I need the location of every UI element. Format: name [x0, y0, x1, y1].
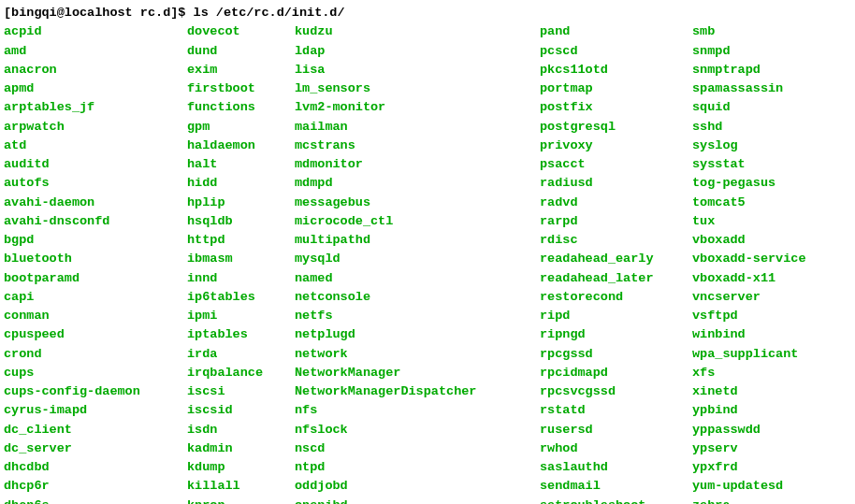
file-entry: hsqldb: [187, 212, 295, 231]
file-entry: hplip: [187, 194, 295, 212]
file-entry: radiusd: [540, 174, 692, 193]
file-entry: functions: [187, 98, 295, 117]
file-entry: netplugd: [295, 325, 540, 344]
file-entry: iptables: [187, 325, 295, 344]
file-entry: setroubleshoot: [540, 497, 692, 505]
file-entry: multipathd: [295, 231, 540, 250]
ls-column-3: pandpcscdpkcs11otdportmappostfixpostgres…: [540, 22, 692, 504]
file-entry: NetworkManagerDispatcher: [295, 382, 540, 401]
file-entry: arptables_jf: [4, 98, 187, 117]
file-entry: yppasswdd: [692, 421, 806, 439]
file-entry: lvm2-monitor: [295, 98, 540, 117]
file-entry: vsftpd: [692, 307, 806, 325]
file-entry: ypserv: [692, 439, 806, 458]
file-entry: snmptrapd: [692, 61, 806, 79]
file-entry: cpuspeed: [4, 325, 187, 344]
file-entry: atd: [4, 137, 187, 155]
file-entry: snmpd: [692, 42, 806, 61]
file-entry: mdmpd: [295, 174, 540, 193]
file-entry: ip6tables: [187, 288, 295, 307]
file-entry: ypxfrd: [692, 458, 806, 477]
file-entry: vncserver: [692, 288, 806, 307]
ls-column-0: acpidamdanacronapmdarptables_jfarpwatcha…: [4, 22, 187, 504]
file-entry: readahead_later: [540, 269, 692, 288]
file-entry: rarpd: [540, 212, 692, 231]
file-entry: rwhod: [540, 439, 692, 458]
file-entry: dhcp6s: [4, 497, 187, 505]
file-entry: rusersd: [540, 421, 692, 439]
file-entry: apmd: [4, 79, 187, 98]
file-entry: portmap: [540, 79, 692, 98]
file-entry: lisa: [295, 61, 540, 79]
file-entry: dhcdbd: [4, 458, 187, 477]
file-entry: autofs: [4, 174, 187, 193]
file-entry: rpcidmapd: [540, 364, 692, 382]
file-entry: postgresql: [540, 118, 692, 137]
file-entry: bluetooth: [4, 250, 187, 268]
ls-column-4: smbsnmpdsnmptrapdspamassassinsquidsshdsy…: [692, 22, 806, 504]
file-entry: rdisc: [540, 231, 692, 250]
file-entry: avahi-dnsconfd: [4, 212, 187, 231]
file-entry: rstatd: [540, 401, 692, 420]
file-entry: vboxadd-service: [692, 250, 806, 268]
file-entry: oddjobd: [295, 477, 540, 496]
file-entry: kudzu: [295, 22, 540, 41]
file-entry: acpid: [4, 22, 187, 41]
file-entry: vboxadd: [692, 231, 806, 250]
file-entry: zebra: [692, 497, 806, 505]
file-entry: iscsid: [187, 401, 295, 420]
file-entry: restorecond: [540, 288, 692, 307]
file-entry: xinetd: [692, 382, 806, 401]
file-entry: crond: [4, 345, 187, 364]
file-entry: nscd: [295, 439, 540, 458]
file-entry: tog-pegasus: [692, 174, 806, 193]
file-entry: nfslock: [295, 421, 540, 439]
shell-prompt: [bingqi@localhost rc.d]$: [4, 6, 185, 20]
file-entry: microcode_ctl: [295, 212, 540, 231]
file-entry: innd: [187, 269, 295, 288]
file-entry: psacct: [540, 155, 692, 174]
file-entry: tux: [692, 212, 806, 231]
file-entry: nfs: [295, 401, 540, 420]
file-entry: sendmail: [540, 477, 692, 496]
file-entry: dc_server: [4, 439, 187, 458]
file-entry: hidd: [187, 174, 295, 193]
file-entry: avahi-daemon: [4, 194, 187, 212]
file-entry: openibd: [295, 497, 540, 505]
file-entry: pcscd: [540, 42, 692, 61]
file-entry: ibmasm: [187, 250, 295, 268]
file-entry: NetworkManager: [295, 364, 540, 382]
file-entry: squid: [692, 98, 806, 117]
file-entry: cups: [4, 364, 187, 382]
file-entry: lm_sensors: [295, 79, 540, 98]
file-entry: rpcsvcgssd: [540, 382, 692, 401]
file-entry: smb: [692, 22, 806, 41]
file-entry: network: [295, 345, 540, 364]
file-entry: readahead_early: [540, 250, 692, 268]
file-entry: sshd: [692, 118, 806, 137]
file-entry: ypbind: [692, 401, 806, 420]
file-entry: ldap: [295, 42, 540, 61]
file-entry: spamassassin: [692, 79, 806, 98]
file-entry: vboxadd-x11: [692, 269, 806, 288]
file-entry: capi: [4, 288, 187, 307]
file-entry: sysstat: [692, 155, 806, 174]
file-entry: exim: [187, 61, 295, 79]
file-entry: radvd: [540, 194, 692, 212]
file-entry: anacron: [4, 61, 187, 79]
file-entry: syslog: [692, 137, 806, 155]
file-entry: arpwatch: [4, 118, 187, 137]
shell-command: ls /etc/rc.d/init.d/: [194, 6, 345, 20]
file-entry: messagebus: [295, 194, 540, 212]
file-entry: tomcat5: [692, 194, 806, 212]
file-entry: winbind: [692, 325, 806, 344]
ls-column-2: kudzuldaplisalm_sensorslvm2-monitormailm…: [295, 22, 540, 504]
file-entry: haldaemon: [187, 137, 295, 155]
file-entry: rpcgssd: [540, 345, 692, 364]
file-entry: mcstrans: [295, 137, 540, 155]
file-entry: mdmonitor: [295, 155, 540, 174]
file-entry: yum-updatesd: [692, 477, 806, 496]
file-entry: postfix: [540, 98, 692, 117]
file-entry: dhcp6r: [4, 477, 187, 496]
file-entry: httpd: [187, 231, 295, 250]
